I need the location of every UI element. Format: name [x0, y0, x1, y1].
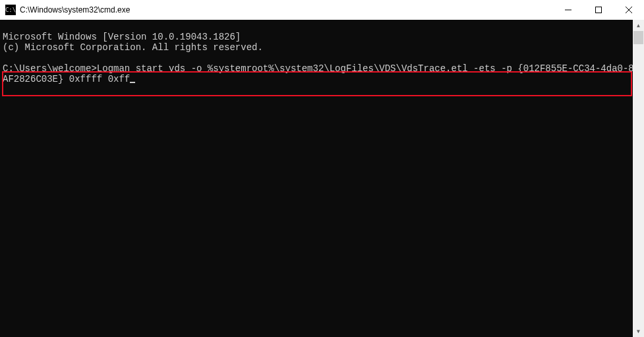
terminal-output[interactable]: Microsoft Windows [Version 10.0.19043.18… [0, 20, 644, 337]
scroll-up-arrow[interactable]: ▲ [633, 20, 644, 31]
window-titlebar: C:\ C:\Windows\system32\cmd.exe [0, 0, 644, 20]
command-text-2: AF2826C03E} 0xffff 0xff [3, 74, 130, 84]
vertical-scrollbar[interactable]: ▲ ▼ [633, 20, 644, 337]
copyright-line: (c) Microsoft Corporation. All rights re… [3, 42, 263, 53]
scroll-down-arrow[interactable]: ▼ [633, 326, 644, 337]
minimize-button[interactable] [553, 0, 583, 20]
close-button[interactable] [614, 0, 644, 20]
maximize-button[interactable] [583, 0, 614, 20]
version-line: Microsoft Windows [Version 10.0.19043.18… [3, 32, 241, 42]
cursor [130, 82, 135, 83]
command-line-1: C:\Users\welcome>Logman start vds -o %sy… [3, 63, 644, 74]
prompt: C:\Users\welcome> [3, 63, 97, 74]
window-title: C:\Windows\system32\cmd.exe [20, 5, 130, 15]
scrollbar-thumb[interactable] [633, 31, 643, 44]
command-text-1: Logman start vds -o %systemroot%\system3… [97, 63, 644, 74]
command-line-2: AF2826C03E} 0xffff 0xff [3, 74, 135, 84]
window-controls [553, 0, 644, 20]
svg-rect-1 [596, 7, 602, 13]
cmd-icon: C:\ [5, 5, 16, 15]
